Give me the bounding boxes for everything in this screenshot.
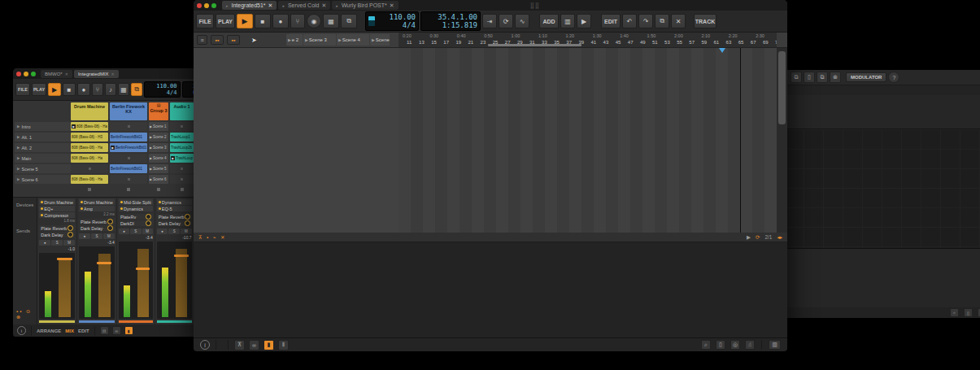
sliders-icon[interactable]: ⧉: [341, 14, 357, 28]
play-start-marker[interactable]: [719, 48, 725, 53]
track-header-3[interactable]: Audio 1: [170, 102, 194, 120]
send-chip[interactable]: DarkDl: [119, 220, 153, 226]
file-icon[interactable]: ▯: [716, 340, 725, 350]
device-enabled-icon[interactable]: [81, 201, 83, 203]
arm-button[interactable]: ●: [157, 229, 168, 234]
scene-row-5[interactable]: ▶Scene 6: [15, 175, 71, 184]
clip-cell[interactable]: ▶Scene 4: [149, 154, 168, 163]
scene-header-1[interactable]: ▶Scene 3: [303, 34, 336, 46]
scene-play-icon[interactable]: ▶: [305, 37, 308, 42]
maximize-window-icon[interactable]: [211, 3, 216, 8]
ruler-bar[interactable]: 57: [689, 40, 695, 45]
ruler-bar[interactable]: 45: [616, 40, 621, 45]
arm-button[interactable]: ●: [119, 229, 129, 234]
fader-track[interactable]: [137, 249, 149, 317]
ruler-bar[interactable]: 63: [726, 40, 732, 45]
close-tab-icon[interactable]: ✕: [390, 2, 394, 9]
file-button[interactable]: FILE: [15, 83, 30, 96]
play-button[interactable]: ▶: [237, 14, 253, 28]
track-header-0[interactable]: Drum Machine: [71, 102, 108, 120]
tempo-display[interactable]: 110.004/4: [144, 81, 181, 98]
file-icon[interactable]: ▯: [964, 308, 973, 317]
mixer-toggle-icon[interactable]: ⫴: [278, 340, 289, 350]
cursor-tool-icon[interactable]: ➤: [251, 37, 257, 44]
scene-header-2[interactable]: ▶Scene 4: [337, 34, 369, 46]
automation-icon[interactable]: ⑂: [92, 83, 103, 96]
clip-cell[interactable]: [170, 122, 194, 131]
duplicate-icon[interactable]: ⧉: [655, 14, 669, 28]
close-tab-icon[interactable]: ✕: [321, 2, 326, 9]
scene-play-icon[interactable]: ▶: [17, 167, 20, 171]
fader-area[interactable]: [157, 242, 192, 319]
piano-keyboard-icon[interactable]: ▥: [769, 340, 781, 350]
track-header-1[interactable]: Berlin Firework KX: [110, 102, 147, 120]
grid-canvas[interactable]: [764, 129, 980, 248]
scene-row-1[interactable]: ▶Alt. 1: [15, 133, 71, 141]
ruler-bar[interactable]: 51: [652, 40, 658, 45]
arm-button[interactable]: ●: [79, 233, 90, 239]
main-window-titlebar[interactable]: ▸Integrated51*✕▸Served Cold✕▸Wurly Bird …: [194, 0, 787, 11]
clip-cell[interactable]: ▶TrashLoop3: [170, 154, 194, 163]
ruler-bar[interactable]: 23: [481, 40, 486, 45]
device-panel-toggle-icon[interactable]: ▮: [264, 340, 274, 350]
scene-play-icon[interactable]: ▶: [17, 135, 20, 139]
scene-header-3[interactable]: ▶Scene: [370, 34, 390, 46]
ruler-bar[interactable]: 67: [751, 40, 756, 45]
groove-icon[interactable]: ◉: [307, 14, 321, 28]
hand-icon[interactable]: ☝: [745, 340, 755, 350]
solo-button[interactable]: S: [168, 229, 180, 234]
scene-row-4[interactable]: ▶Scene 5: [15, 164, 71, 173]
scene-row-0[interactable]: ▶Intro: [15, 122, 71, 131]
send-knob[interactable]: [185, 214, 190, 220]
mute-button[interactable]: M: [63, 240, 75, 246]
help-icon[interactable]: ?: [888, 72, 899, 83]
info-icon[interactable]: i: [200, 340, 210, 350]
device-chip[interactable]: Amp: [79, 206, 115, 211]
device-chip[interactable]: EQ+: [39, 206, 75, 211]
send-knob[interactable]: [146, 214, 151, 220]
record-button[interactable]: ●: [77, 83, 90, 96]
edit-button[interactable]: EDIT: [601, 14, 621, 28]
clip-cell[interactable]: ▶Scene 6: [149, 175, 168, 184]
close-tab-icon[interactable]: ✕: [65, 72, 68, 76]
app-grid-icon[interactable]: ⣿⣿: [530, 2, 540, 9]
scene-play-icon[interactable]: ▶: [17, 124, 20, 128]
record-mode-icon[interactable]: ◎: [730, 340, 740, 350]
close-tab-icon[interactable]: ✕: [111, 72, 115, 76]
device-enabled-icon[interactable]: [81, 207, 83, 210]
send-chip[interactable]: Dark Delay: [39, 232, 75, 237]
ruler-bar[interactable]: 65: [738, 40, 744, 45]
ruler-bar[interactable]: 17: [443, 40, 449, 45]
ruler-bar[interactable]: 21: [468, 40, 474, 45]
clip-cell[interactable]: 808 (Bass-08) - H3: [71, 133, 108, 141]
fader-value[interactable]: -1.0: [39, 246, 75, 251]
play-button[interactable]: ▶: [48, 83, 61, 96]
play-menu-button[interactable]: PLAY: [216, 14, 235, 28]
clip-cell[interactable]: ▶808 (Bass-08) - Ha: [71, 122, 108, 131]
copy-icon[interactable]: ⧉: [791, 72, 802, 83]
tab-Integrated51-[interactable]: ▸Integrated51*✕: [222, 1, 277, 10]
close-window-icon[interactable]: [197, 3, 202, 8]
mixer-sidebar-icons[interactable]: ▪▪ ⊙ ⊗: [16, 308, 33, 320]
scene-row-2[interactable]: ▶Alt. 2: [15, 143, 71, 152]
device-chip[interactable]: Drum Machine: [79, 199, 115, 205]
duplicate-icon[interactable]: ⧉: [817, 72, 828, 83]
ruler-bar[interactable]: 53: [664, 40, 670, 45]
fader-handle[interactable]: [97, 262, 111, 264]
delete-icon[interactable]: ✕: [671, 14, 686, 28]
send-chip[interactable]: Dark Delay: [79, 225, 115, 231]
view-mix[interactable]: MIX: [65, 329, 74, 333]
follow-play-icon[interactable]: ▶: [747, 234, 751, 241]
send-knob[interactable]: [107, 219, 113, 224]
preview-play-icon[interactable]: ▶: [577, 14, 591, 28]
track-header-2[interactable]: ▤Group 3: [149, 102, 168, 120]
stop-all-icon[interactable]: [88, 188, 91, 191]
metronome-icon[interactable]: ♪: [105, 83, 116, 96]
scene-play-icon[interactable]: ▶: [17, 177, 20, 181]
device-chip[interactable]: EQ-5: [157, 206, 192, 211]
clip-cell[interactable]: TrashLoop1: [170, 133, 194, 141]
ruler-bar[interactable]: 19: [455, 40, 461, 45]
send-chip[interactable]: PlateRv: [119, 214, 153, 220]
tab-Wurly-Bird-POST-[interactable]: ▸Wurly Bird POST*✕: [332, 1, 398, 10]
device-chip[interactable]: Compressor: [39, 212, 75, 218]
